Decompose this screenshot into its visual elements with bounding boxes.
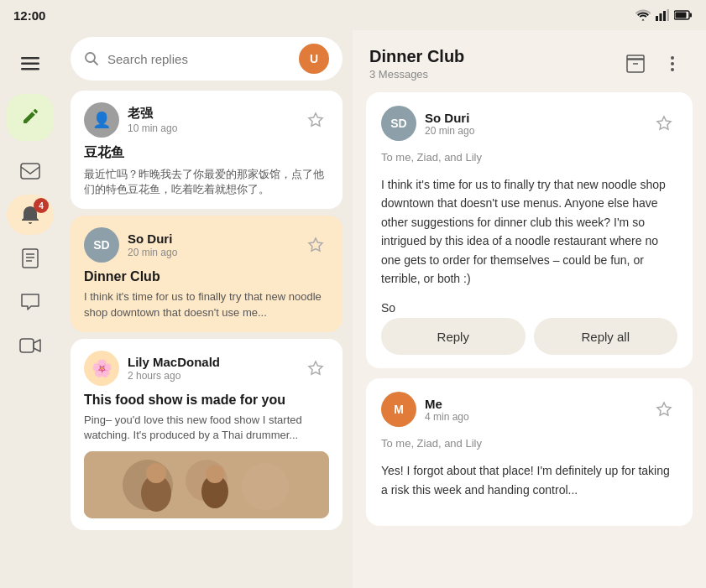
message-star-button[interactable]	[651, 110, 677, 137]
mail-icon	[20, 163, 40, 180]
reply-button[interactable]: Reply	[381, 318, 526, 355]
sender-name: 老强	[128, 106, 294, 122]
star-button[interactable]	[302, 107, 329, 133]
more-options-button[interactable]	[656, 47, 689, 81]
message-signature: So	[381, 301, 677, 315]
star-icon	[307, 360, 324, 377]
notification-badge: 4	[34, 198, 49, 213]
star-icon	[307, 112, 324, 128]
svg-point-21	[242, 463, 289, 510]
signal-icon	[656, 9, 669, 21]
sender-avatar: 🌸	[84, 351, 119, 386]
svg-rect-6	[676, 13, 687, 18]
svg-rect-5	[690, 13, 693, 18]
thread-messages: SD So Duri 20 min ago To me, Ziad, and L…	[353, 92, 706, 588]
message-recipients: To me, Ziad, and Lily	[381, 151, 677, 164]
svg-rect-2	[663, 11, 666, 21]
email-subject: 豆花鱼	[84, 144, 329, 162]
sidebar-item-video[interactable]	[7, 325, 54, 366]
thread-header: Dinner Club 3 Messages	[353, 30, 706, 92]
svg-rect-9	[21, 68, 39, 70]
reply-all-button[interactable]: Reply all	[534, 318, 678, 355]
search-icon	[84, 51, 99, 66]
svg-line-17	[94, 61, 98, 65]
svg-point-23	[146, 463, 166, 483]
video-icon	[19, 338, 41, 353]
archive-button[interactable]	[619, 47, 652, 81]
svg-rect-15	[20, 339, 34, 352]
compose-icon	[21, 108, 39, 127]
email-preview: I think it's time for us to finally try …	[84, 289, 329, 320]
message-sender-name: So Duri	[425, 111, 642, 125]
star-icon	[656, 115, 672, 132]
user-avatar: U	[299, 44, 329, 74]
status-time: 12:00	[13, 8, 45, 23]
email-item-laoguo[interactable]: 👤 老强 10 min ago 豆花鱼 最近忙吗？昨晚我去了你最爱的那家饭馆，点…	[71, 91, 343, 209]
menu-button[interactable]	[10, 44, 50, 84]
svg-rect-8	[21, 63, 39, 65]
search-bar[interactable]: U	[71, 37, 343, 81]
status-bar: 12:00	[0, 0, 706, 30]
email-preview: 最近忙吗？昨晚我去了你最爱的那家饭馆，点了他们的特色豆花鱼，吃着吃着就想你了。	[84, 167, 329, 197]
email-item-soduri[interactable]: SD So Duri 20 min ago Dinner Club I thin…	[71, 216, 343, 331]
svg-rect-3	[667, 9, 670, 21]
svg-point-25	[206, 465, 224, 483]
sidebar: 4	[0, 30, 60, 588]
svg-point-31	[671, 68, 674, 71]
chat-icon	[20, 293, 40, 311]
email-subject: Dinner Club	[84, 269, 329, 284]
sidebar-item-chat[interactable]	[7, 282, 54, 322]
sidebar-item-notifications[interactable]: 4	[7, 195, 54, 235]
message-time: 4 min ago	[425, 411, 642, 423]
status-icons	[635, 9, 693, 21]
sidebar-item-mail[interactable]	[7, 151, 54, 191]
archive-icon	[626, 55, 645, 73]
svg-rect-7	[21, 57, 39, 60]
message-sender-avatar: SD	[381, 106, 416, 141]
message-sender-avatar: M	[381, 392, 416, 427]
email-preview: Ping– you'd love this new food show I st…	[84, 413, 329, 443]
email-item-lily[interactable]: 🌸 Lily MacDonald 2 hours ago This food s…	[71, 339, 343, 530]
star-icon	[307, 237, 324, 253]
svg-rect-11	[23, 249, 38, 268]
message-card-me: M Me 4 min ago To me, Ziad, and Lily Yes…	[366, 378, 693, 526]
notes-icon	[22, 248, 39, 268]
sender-avatar: SD	[84, 227, 119, 263]
svg-point-30	[671, 62, 674, 65]
star-button[interactable]	[302, 232, 329, 258]
menu-icon	[21, 57, 39, 70]
svg-rect-1	[660, 13, 662, 21]
wifi-icon	[635, 9, 651, 21]
battery-icon	[674, 10, 693, 20]
reply-actions: Reply Reply all	[381, 315, 677, 355]
message-recipients: To me, Ziad, and Lily	[381, 437, 677, 450]
thread-panel: Dinner Club 3 Messages	[353, 30, 706, 588]
compose-button[interactable]	[7, 94, 54, 141]
star-button[interactable]	[302, 355, 329, 382]
message-body: Yes! I forgot about that place! I'm defi…	[381, 461, 677, 499]
sidebar-item-notes[interactable]	[7, 238, 54, 278]
sender-name: So Duri	[128, 232, 294, 246]
message-sender-name: Me	[425, 397, 642, 411]
sender-time: 20 min ago	[128, 247, 294, 258]
svg-point-16	[86, 53, 95, 62]
message-card-soduri: SD So Duri 20 min ago To me, Ziad, and L…	[366, 92, 693, 368]
sender-avatar: 👤	[84, 102, 119, 138]
message-star-button[interactable]	[651, 396, 677, 423]
svg-rect-27	[627, 55, 644, 60]
svg-rect-26	[627, 59, 644, 72]
message-body: I think it's time for us to finally try …	[381, 175, 677, 288]
email-thumbnail-image	[84, 451, 329, 518]
svg-rect-0	[656, 16, 658, 21]
svg-rect-10	[21, 164, 39, 179]
more-options-icon	[671, 55, 674, 72]
message-time: 20 min ago	[425, 125, 642, 137]
thread-message-count: 3 Messages	[369, 68, 464, 81]
search-input[interactable]	[107, 52, 290, 66]
thread-title: Dinner Club	[369, 47, 464, 66]
svg-point-29	[671, 56, 674, 60]
star-icon	[656, 401, 672, 418]
email-subject: This food show is made for you	[84, 393, 329, 408]
email-list-panel: U 👤 老强 10 min ago 豆花鱼 最近忙吗？昨晚我去了你最爱的那家饭馆…	[60, 30, 353, 588]
sender-time: 10 min ago	[128, 122, 294, 134]
